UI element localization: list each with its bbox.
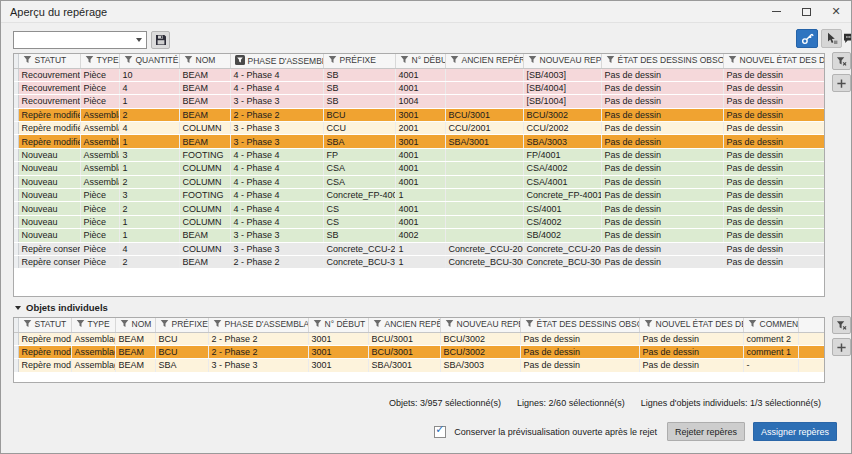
- column-header-type[interactable]: TYPE: [71, 318, 115, 332]
- column-header-ancien-rep-re[interactable]: ANCIEN REPÈRE: [445, 54, 523, 68]
- column-label: PHASE D'ASSEMBLAGE: [248, 56, 324, 66]
- table-row[interactable]: NouveauAssemblage3FOOTING4 - Phase 4FP40…: [14, 148, 825, 161]
- filter-icon[interactable]: [450, 55, 459, 66]
- filter-icon[interactable]: [400, 55, 409, 66]
- table-row[interactable]: NouveauAssemblage2COLUMN4 - Phase 4CSA40…: [14, 175, 825, 188]
- cell: 1: [119, 135, 179, 148]
- filter-icon[interactable]: [124, 55, 133, 66]
- filter-icon[interactable]: [213, 319, 222, 330]
- cell: Pas de dessin: [723, 135, 825, 148]
- table-row[interactable]: NouveauPièce2COLUMN4 - Phase 4CS4001CS/4…: [14, 202, 825, 215]
- column-header-n-d-but[interactable]: N° DÉBUT: [395, 54, 445, 68]
- filter-icon[interactable]: [313, 319, 322, 330]
- column-header-pr-fixe[interactable]: PRÉFIXE: [155, 318, 208, 332]
- add-filter-rule-button-individual[interactable]: [832, 338, 851, 356]
- minimize-button[interactable]: [761, 1, 791, 22]
- column-header-comment[interactable]: COMMENT: [743, 318, 798, 332]
- filter-icon[interactable]: [606, 55, 615, 66]
- cell: Pièce: [80, 189, 119, 202]
- table-row[interactable]: NouveauAssemblage1COLUMN4 - Phase 4CSA40…: [14, 162, 825, 175]
- cell: 3: [119, 189, 179, 202]
- clear-filters-button-individual[interactable]: [832, 316, 851, 334]
- cell: BEAM: [115, 345, 155, 358]
- filter-icon[interactable]: [644, 319, 653, 330]
- filter-icon[interactable]: [76, 319, 85, 330]
- column-header-nouveau-rep-re[interactable]: NOUVEAU REPÈRE: [440, 318, 520, 332]
- assign-marks-button[interactable]: Assigner repères: [753, 422, 837, 441]
- select-in-model-button[interactable]: [796, 29, 818, 48]
- column-header-nom[interactable]: NOM: [115, 318, 155, 332]
- filter-icon[interactable]: [328, 55, 337, 66]
- filter-icon[interactable]: [445, 319, 454, 330]
- filter-icon[interactable]: [525, 319, 534, 330]
- table-row[interactable]: RecouvrementPièce1BEAM3 - Phase 3SB1004[…: [14, 95, 825, 108]
- maximize-button[interactable]: [791, 1, 821, 22]
- table-row[interactable]: Repère modifiéAssemblageBEAMBCU2 - Phase…: [14, 332, 825, 345]
- close-button[interactable]: ✕: [821, 1, 851, 22]
- comments-button[interactable]: [843, 32, 852, 44]
- select-rows-pointer-button[interactable]: [821, 29, 842, 48]
- column-header-statut[interactable]: STATUT: [18, 318, 71, 332]
- column-header-quantit[interactable]: QUANTITÉ: [119, 54, 179, 68]
- filter-active-icon[interactable]: [235, 55, 245, 67]
- reject-marks-button[interactable]: Rejeter repères: [667, 422, 745, 441]
- table-row[interactable]: NouveauPièce1COLUMN4 - Phase 4CS4001CS/4…: [14, 215, 825, 228]
- column-header-type[interactable]: TYPE: [80, 54, 119, 68]
- column-label: STATUT: [35, 319, 67, 329]
- individual-table: STATUTTYPENOMPRÉFIXEPHASE D'ASSEMBLAGEN°…: [14, 318, 825, 373]
- column-header-n-d-but[interactable]: N° DÉBUT: [308, 318, 368, 332]
- filter-icon[interactable]: [23, 319, 32, 330]
- table-row[interactable]: Repère modifiéAssemblageBEAMSBA3 - Phase…: [14, 359, 825, 372]
- table-row[interactable]: Repère modifiéAssemblageBEAMBCU2 - Phase…: [14, 345, 825, 358]
- filter-icon[interactable]: [23, 55, 32, 66]
- column-header-nouveau-rep-re[interactable]: NOUVEAU REPÈRE: [523, 54, 601, 68]
- table-row[interactable]: Repère modifiéAssemblage2BEAM2 - Phase 2…: [14, 108, 825, 121]
- column-header-nouvel-tat-des-dessins[interactable]: NOUVEL ÉTAT DES DESSINS: [723, 54, 825, 68]
- cell: Pas de dessin: [601, 68, 723, 81]
- column-header-ancien-rep-re[interactable]: ANCIEN REPÈRE: [368, 318, 440, 332]
- table-row[interactable]: Repère modifiéAssemblage4COLUMN3 - Phase…: [14, 122, 825, 135]
- table-row[interactable]: Repère conservéPièce4COLUMN3 - Phase 3Co…: [14, 242, 825, 255]
- keep-preview-open-checkbox[interactable]: ✓: [434, 426, 446, 438]
- filter-icon[interactable]: [373, 319, 382, 330]
- filter-icon[interactable]: [728, 55, 737, 66]
- cell: Pièce: [80, 95, 119, 108]
- cell: BEAM: [179, 68, 230, 81]
- table-row[interactable]: Repère conservéPièce2BEAM2 - Phase 2Conc…: [14, 255, 825, 268]
- column-label: PRÉFIXE: [340, 55, 376, 65]
- filter-icon[interactable]: [160, 319, 169, 330]
- save-preset-button[interactable]: [151, 31, 170, 49]
- filter-icon[interactable]: [184, 55, 193, 66]
- preset-combobox[interactable]: [13, 31, 147, 49]
- cell: CS/4002: [523, 215, 601, 228]
- cell: 3001: [308, 345, 368, 358]
- clear-filters-button-main[interactable]: [832, 52, 851, 70]
- column-header-nom[interactable]: NOM: [179, 54, 230, 68]
- column-header-tat-des-dessins-obsol-tes[interactable]: ÉTAT DES DESSINS OBSOLÈTES: [520, 318, 639, 332]
- table-row[interactable]: NouveauPièce3FOOTING4 - Phase 4Concrete_…: [14, 189, 825, 202]
- column-header-phase-d-assemblage[interactable]: PHASE D'ASSEMBLAGE: [208, 318, 308, 332]
- cell: CS: [323, 202, 395, 215]
- cell: [798, 332, 825, 345]
- column-header-statut[interactable]: STATUT: [18, 54, 80, 68]
- filter-icon[interactable]: [85, 55, 94, 66]
- individual-objects-section-toggle[interactable]: Objets individuels: [15, 302, 108, 313]
- column-header-pr-fixe[interactable]: PRÉFIXE: [323, 54, 395, 68]
- column-header-blank: [798, 318, 825, 332]
- cell: Pas de dessin: [520, 332, 639, 345]
- add-filter-rule-button-main[interactable]: [832, 74, 851, 92]
- table-row[interactable]: RecouvrementPièce4BEAM4 - Phase 4SB4001[…: [14, 81, 825, 94]
- table-row[interactable]: Repère modifiéAssemblage1BEAM3 - Phase 3…: [14, 135, 825, 148]
- filter-icon[interactable]: [748, 319, 757, 330]
- cell: 4001: [395, 148, 445, 161]
- cell: Pièce: [80, 215, 119, 228]
- column-label: ANCIEN REPÈRE: [385, 319, 441, 329]
- column-header-tat-des-dessins-obsol-tes[interactable]: ÉTAT DES DESSINS OBSOLÈTES: [601, 54, 723, 68]
- filter-icon[interactable]: [528, 55, 537, 66]
- filter-icon[interactable]: [120, 319, 129, 330]
- column-header-nouvel-tat-des-dessins[interactable]: NOUVEL ÉTAT DES DESSINS: [639, 318, 743, 332]
- cell: BCU/3002: [440, 332, 520, 345]
- column-header-phase-d-assemblage[interactable]: PHASE D'ASSEMBLAGE: [230, 54, 323, 68]
- table-row[interactable]: NouveauPièce1BEAM3 - Phase 3SB4002SB/400…: [14, 229, 825, 242]
- table-row[interactable]: RecouvrementPièce10BEAM4 - Phase 4SB4001…: [14, 68, 825, 81]
